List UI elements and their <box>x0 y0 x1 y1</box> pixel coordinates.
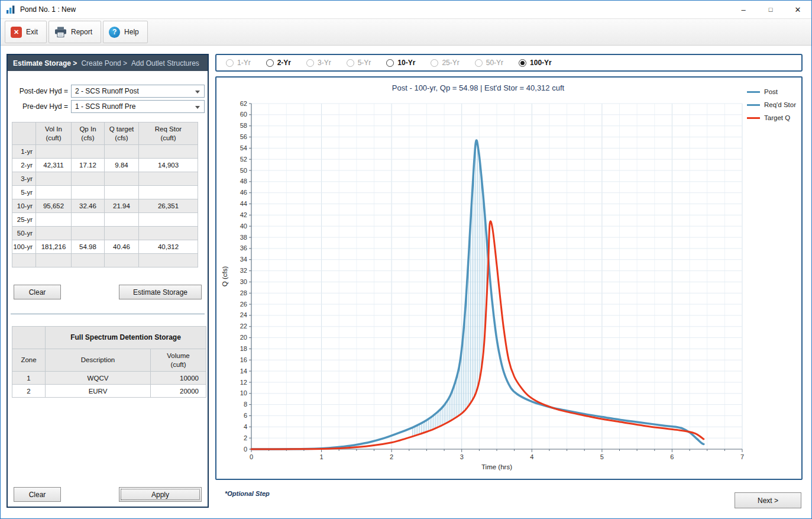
storage-cell <box>72 254 105 267</box>
fsd-blank-cell <box>12 327 46 349</box>
storage-header-blank <box>12 123 36 145</box>
row-label: 25-yr <box>12 213 36 227</box>
storage-cell: 181,216 <box>36 240 72 254</box>
svg-text:60: 60 <box>240 111 247 118</box>
storage-header-req-stor: Req Stor(cuft) <box>139 123 198 145</box>
optional-step-note: *Optional Step <box>225 490 270 497</box>
row-label <box>12 254 36 267</box>
storage-row-5yr: 5-yr <box>12 186 198 199</box>
radio-icon <box>306 59 314 67</box>
svg-text:46: 46 <box>240 189 247 196</box>
radio-icon <box>226 59 234 67</box>
report-label: Report <box>71 28 92 36</box>
storage-row-10yr: 10-yr 95,652 32.46 21.94 26,351 <box>12 199 198 213</box>
storage-cell <box>105 213 139 227</box>
storage-cell <box>36 172 72 186</box>
return-period-100yr-radio[interactable]: 100-Yr <box>519 59 552 67</box>
step-add-outlet-structures[interactable]: Add Outlet Structures <box>131 59 199 67</box>
svg-text:28: 28 <box>240 289 247 296</box>
return-period-5yr-radio: 5-Yr <box>347 59 371 67</box>
fsd-volume-cell[interactable]: 10000 <box>151 372 206 385</box>
app-icon <box>6 5 15 14</box>
storage-row-100yr: 100-yr 181,216 54.98 40.46 40,312 <box>12 240 198 254</box>
radio-icon <box>519 59 526 67</box>
fsd-header-row: Zone Description Volume(cuft) <box>12 349 206 372</box>
svg-text:32: 32 <box>240 267 247 274</box>
svg-text:12: 12 <box>240 379 247 386</box>
step-estimate-storage[interactable]: Estimate Storage > <box>13 59 77 67</box>
exit-button[interactable]: ✕ Exit <box>5 21 47 43</box>
post-dev-hyd-row: Post-dev Hyd = 2 - SCS Runoff Post <box>8 85 208 98</box>
full-spectrum-detention-table: Full Spectrum Detention Storage Zone Des… <box>12 326 206 398</box>
pre-dev-hyd-row: Pre-dev Hyd = 1 - SCS Runoff Pre <box>8 100 208 113</box>
post-dev-hyd-select[interactable]: 2 - SCS Runoff Post <box>71 85 205 98</box>
help-button[interactable]: ? Help <box>103 21 148 43</box>
panel-divider <box>11 314 205 314</box>
minimize-button[interactable]: – <box>730 1 757 18</box>
report-button[interactable]: Report <box>48 21 101 43</box>
radio-icon <box>347 59 354 67</box>
storage-cell <box>72 145 105 159</box>
row-label: 50-yr <box>12 227 36 240</box>
svg-text:54: 54 <box>240 144 247 151</box>
maximize-button[interactable]: □ <box>757 1 784 18</box>
app-window: { "window": { "title": "Pond No. 1 : New… <box>0 0 812 519</box>
exit-label: Exit <box>26 28 38 36</box>
storage-cell <box>139 213 198 227</box>
storage-row-50yr: 50-yr <box>12 227 198 240</box>
svg-text:52: 52 <box>240 156 247 163</box>
storage-header-row: Vol In(cuft) Qp In(cfs) Q target(cfs) Re… <box>12 123 198 145</box>
title-bar: Pond No. 1 : New – □ ✕ <box>1 1 811 18</box>
svg-text:0: 0 <box>250 453 253 460</box>
svg-text:16: 16 <box>240 356 247 363</box>
storage-header-vol-in: Vol In(cuft) <box>36 123 72 145</box>
pre-dev-hyd-select[interactable]: 1 - SCS Runoff Pre <box>71 100 205 113</box>
estimate-storage-button[interactable]: Estimate Storage <box>119 285 202 299</box>
clear-fsd-button[interactable]: Clear <box>14 487 61 502</box>
fsd-description-cell[interactable]: EURV <box>46 385 151 398</box>
storage-cell <box>36 227 72 240</box>
storage-cell <box>36 145 72 159</box>
storage-cell: 40.46 <box>105 240 139 254</box>
legend-item-post: Post <box>747 88 796 95</box>
storage-cell: 26,351 <box>139 199 198 213</box>
svg-text:38: 38 <box>240 234 247 241</box>
fsd-volume-cell[interactable]: 20000 <box>151 385 206 398</box>
return-period-10yr-radio[interactable]: 10-Yr <box>386 59 415 67</box>
chart-legend: Post Req'd Stor Target Q <box>747 88 796 121</box>
apply-button[interactable]: Apply <box>119 487 202 502</box>
svg-text:6: 6 <box>670 453 674 460</box>
storage-row-25yr: 25-yr <box>12 213 198 227</box>
fsd-zone-cell: 1 <box>12 372 46 385</box>
storage-cell <box>105 172 139 186</box>
storage-cell: 21.94 <box>105 199 139 213</box>
printer-icon <box>54 27 67 37</box>
next-button[interactable]: Next > <box>735 492 801 508</box>
workflow-steps: Estimate Storage > Create Pond > Add Out… <box>8 55 208 71</box>
return-period-25yr-radio: 25-Yr <box>431 59 459 67</box>
fsd-description-cell[interactable]: WQCV <box>46 372 151 385</box>
storage-row-blank <box>12 254 198 267</box>
hydrograph-chart: 0246810121416182022242628303234363840424… <box>219 93 745 478</box>
fsd-row-wqcv: 1 WQCV 10000 <box>12 372 206 385</box>
legend-line-icon <box>747 104 760 106</box>
svg-text:8: 8 <box>244 401 247 408</box>
svg-text:62: 62 <box>240 100 247 107</box>
radio-icon <box>431 59 438 67</box>
svg-text:1: 1 <box>320 453 323 460</box>
svg-text:48: 48 <box>240 178 247 185</box>
close-button[interactable]: ✕ <box>784 1 811 18</box>
svg-text:4: 4 <box>244 423 247 430</box>
storage-cell: 14,903 <box>139 159 198 172</box>
storage-cell <box>139 145 198 159</box>
return-period-2yr-radio[interactable]: 2-Yr <box>266 59 291 67</box>
svg-text:56: 56 <box>240 133 247 140</box>
svg-text:5: 5 <box>600 453 604 460</box>
radio-icon <box>386 59 394 67</box>
storage-cell <box>139 186 198 199</box>
svg-text:2: 2 <box>244 434 247 441</box>
step-create-pond[interactable]: Create Pond > <box>81 59 127 67</box>
fsd-title-row: Full Spectrum Detention Storage <box>12 327 206 349</box>
clear-storage-button[interactable]: Clear <box>14 285 61 299</box>
svg-text:3: 3 <box>460 453 464 460</box>
